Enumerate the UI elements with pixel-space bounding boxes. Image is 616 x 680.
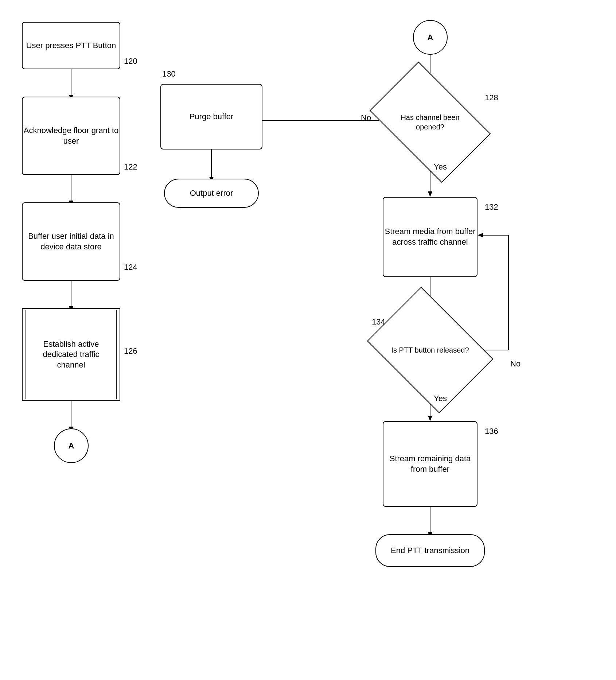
- user-presses-ptt-label: User presses PTT Button: [26, 40, 116, 51]
- label-130: 130: [162, 69, 176, 79]
- no-label-1: No: [361, 113, 371, 123]
- establish-channel-label: Establish active dedicated traffic chann…: [23, 339, 120, 370]
- output-error-label: Output error: [190, 188, 233, 199]
- label-128: 128: [485, 93, 498, 102]
- connector-a-right: A: [413, 20, 448, 55]
- has-channel-opened-diamond: Has channel been opened?: [379, 88, 481, 157]
- buffer-user-data-label: Buffer user initial data in device data …: [23, 231, 120, 252]
- label-122: 122: [124, 162, 137, 172]
- no-label-2: No: [510, 359, 521, 369]
- user-presses-ptt-box: User presses PTT Button: [22, 22, 120, 69]
- connector-a-right-label: A: [428, 33, 433, 42]
- yes-label-2: Yes: [434, 394, 447, 403]
- flowchart-container: User presses PTT Button 120 Acknowledge …: [0, 0, 616, 680]
- establish-channel-box: Establish active dedicated traffic chann…: [22, 308, 120, 401]
- svg-marker-23: [428, 416, 432, 421]
- acknowledge-floor-label: Acknowledge floor grant to user: [23, 125, 120, 146]
- stream-remaining-box: Stream remaining data from buffer: [383, 421, 477, 507]
- stream-media-box: Stream media from buffer across traffic …: [383, 197, 477, 277]
- end-ptt-label: End PTT transmission: [391, 545, 469, 556]
- is-ptt-released-diamond: Is PTT button released?: [379, 312, 481, 388]
- is-ptt-released-label: Is PTT button released?: [382, 345, 478, 355]
- label-136: 136: [485, 427, 498, 436]
- acknowledge-floor-box: Acknowledge floor grant to user: [22, 97, 120, 175]
- stream-remaining-label: Stream remaining data from buffer: [383, 454, 477, 474]
- has-channel-label: Has channel been opened?: [379, 113, 481, 132]
- connector-a-left-label: A: [69, 441, 74, 451]
- stream-media-label: Stream media from buffer across traffic …: [383, 226, 477, 247]
- buffer-user-data-box: Buffer user initial data in device data …: [22, 202, 120, 281]
- output-error-box: Output error: [164, 179, 259, 208]
- label-132: 132: [485, 202, 498, 212]
- svg-marker-15: [428, 191, 432, 197]
- purge-buffer-box: Purge buffer: [160, 84, 262, 149]
- label-134: 134: [372, 317, 385, 327]
- label-126: 126: [124, 346, 137, 356]
- label-120: 120: [124, 57, 137, 66]
- connector-a-left: A: [54, 428, 89, 463]
- end-ptt-box: End PTT transmission: [375, 534, 485, 567]
- yes-label-1: Yes: [434, 162, 447, 172]
- purge-buffer-label: Purge buffer: [190, 112, 234, 122]
- label-124: 124: [124, 263, 137, 272]
- svg-marker-21: [477, 233, 483, 237]
